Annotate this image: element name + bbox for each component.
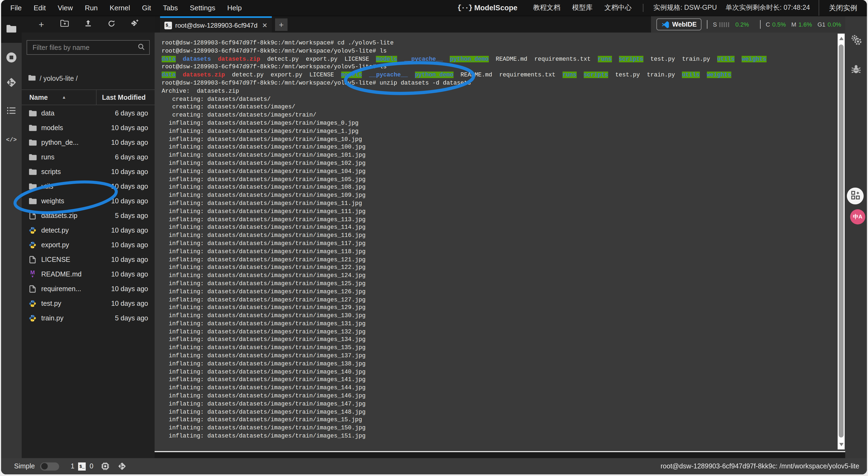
menu-item[interactable]: Edit bbox=[28, 0, 52, 16]
webide-button[interactable]: WebIDE bbox=[656, 19, 702, 30]
modelscope-brand-text: ModelScope bbox=[474, 4, 517, 12]
file-row[interactable]: python_de...10 days ago bbox=[22, 135, 155, 149]
sidebar-item-git[interactable] bbox=[1, 71, 22, 96]
resource-cluster: WebIDE S 0.2% C 0.5% bbox=[651, 16, 867, 33]
sidebar-item-files[interactable] bbox=[1, 16, 22, 43]
modelscope-logo: {··} ModelScope bbox=[457, 4, 517, 12]
gpu-stat: G1 0.0% bbox=[817, 21, 841, 28]
top-links: 教程文档模型库文档中心 bbox=[527, 3, 638, 12]
cpu-stat: C 0.5% bbox=[766, 21, 786, 28]
file-row[interactable]: detect.py10 days ago bbox=[22, 223, 155, 237]
column-header-modified[interactable]: Last Modified bbox=[96, 90, 155, 105]
terminal-line: inflating: datasets/datasets/images/trai… bbox=[162, 360, 834, 368]
terminal-count: 1 bbox=[70, 463, 74, 470]
terminal-line: inflating: datasets/datasets/images/trai… bbox=[162, 240, 834, 248]
column-header-name[interactable]: Name ▲ bbox=[22, 94, 96, 101]
file-row[interactable]: runs6 days ago bbox=[22, 149, 155, 164]
markdown-icon: M▼ bbox=[28, 270, 37, 278]
terminal-line: root@dsw-1289903-6cf947d97f-8kk9c:/mnt/w… bbox=[162, 79, 834, 87]
breadcrumb[interactable]: / yolov5-lite / bbox=[28, 75, 78, 82]
git-add-button[interactable] bbox=[128, 18, 142, 31]
scroll-down-icon[interactable] bbox=[838, 441, 845, 448]
file-modified: 5 days ago bbox=[98, 314, 155, 322]
file-name: requiremen... bbox=[41, 285, 98, 293]
file-row[interactable]: train.py5 days ago bbox=[22, 311, 155, 325]
file-row[interactable]: weights10 days ago bbox=[22, 194, 155, 208]
sidebar-item-running[interactable] bbox=[1, 46, 22, 71]
close-instance-button[interactable]: 关闭实例 bbox=[818, 0, 867, 16]
top-link[interactable]: 教程文档 bbox=[533, 3, 560, 12]
menu-item[interactable]: File bbox=[4, 0, 28, 16]
terminal-line: inflating: datasets/datasets/images/trai… bbox=[162, 119, 834, 127]
new-launcher-button[interactable]: + bbox=[34, 18, 48, 31]
menu-item[interactable]: View bbox=[52, 0, 79, 16]
sidebar-item-toc[interactable] bbox=[1, 99, 22, 124]
menu-item[interactable]: Settings bbox=[184, 0, 221, 16]
new-folder-button[interactable] bbox=[58, 18, 72, 31]
menu-item[interactable]: Help bbox=[221, 0, 248, 16]
file-name: export.py bbox=[41, 241, 98, 248]
file-name: runs bbox=[41, 153, 98, 161]
simple-mode-label: Simple bbox=[14, 463, 35, 470]
file-row[interactable]: LICENSE10 days ago bbox=[22, 252, 155, 267]
menu-item[interactable]: Git bbox=[136, 0, 157, 16]
file-row[interactable]: datasets.zip5 days ago bbox=[22, 208, 155, 223]
filter-files-box[interactable] bbox=[27, 40, 150, 55]
refresh-button[interactable] bbox=[104, 18, 119, 31]
file-row[interactable]: models10 days ago bbox=[22, 121, 155, 135]
file-toolbar: + bbox=[22, 16, 155, 33]
terminal-panel: $_ root@dsw-1289903-6cf947d ✕ + WebIDE S bbox=[155, 16, 845, 458]
menu-item[interactable]: Kernel bbox=[104, 0, 136, 16]
terminal-line: inflating: datasets/datasets/images/trai… bbox=[162, 392, 834, 400]
file-row[interactable]: M▼README.md10 days ago bbox=[22, 267, 155, 281]
terminal-line: inflating: datasets/datasets/images/trai… bbox=[162, 280, 834, 288]
terminal-line: inflating: datasets/datasets/images/trai… bbox=[162, 344, 834, 352]
file-name: train.py bbox=[41, 314, 98, 322]
file-browser: + bbox=[22, 16, 155, 458]
scrollbar-thumb[interactable] bbox=[839, 44, 844, 438]
python-icon bbox=[28, 226, 37, 235]
divider bbox=[760, 20, 760, 29]
menu-item[interactable]: Run bbox=[79, 0, 104, 16]
file-name: scripts bbox=[41, 168, 98, 175]
debugger-button[interactable] bbox=[845, 60, 867, 81]
terminal-line: creating: datasets/datasets/images/ bbox=[162, 103, 834, 111]
folder-icon bbox=[28, 182, 37, 191]
plus-icon: + bbox=[38, 20, 44, 29]
terminal-line: root@dsw-1289903-6cf947d97f-8kk9c:/mnt/w… bbox=[162, 47, 834, 55]
right-sidebar: 中A bbox=[845, 16, 867, 458]
gears-icon bbox=[849, 34, 863, 49]
folder-icon bbox=[28, 167, 37, 176]
property-inspector-button[interactable] bbox=[845, 30, 867, 52]
top-link[interactable]: 文档中心 bbox=[604, 3, 631, 12]
file-row[interactable]: scripts10 days ago bbox=[22, 164, 155, 179]
translate-button[interactable]: 中A bbox=[850, 209, 865, 225]
file-name: models bbox=[41, 124, 98, 132]
storage-bars-icon bbox=[720, 22, 731, 27]
file-row[interactable]: test.py10 days ago bbox=[22, 296, 155, 311]
scroll-up-icon[interactable] bbox=[838, 35, 845, 42]
simple-mode-toggle[interactable] bbox=[40, 462, 59, 470]
git-status-icon[interactable] bbox=[117, 462, 127, 471]
new-folder-icon bbox=[60, 20, 69, 29]
folder-icon bbox=[28, 152, 37, 161]
terminal-scrollbar[interactable] bbox=[838, 34, 845, 449]
file-row[interactable]: export.py10 days ago bbox=[22, 237, 155, 252]
terminal-line: inflating: datasets/datasets/images/trai… bbox=[162, 368, 834, 376]
new-tab-button[interactable]: + bbox=[275, 19, 287, 31]
terminal[interactable]: root@dsw-1289903-6cf947d97f-8kk9c:/mnt/w… bbox=[155, 33, 845, 452]
assistant-button[interactable] bbox=[847, 188, 864, 204]
file-row[interactable]: requiremen...10 days ago bbox=[22, 281, 155, 296]
file-row[interactable]: utils10 days ago bbox=[22, 179, 155, 194]
top-link[interactable]: 模型库 bbox=[572, 3, 592, 12]
filter-files-input[interactable] bbox=[31, 43, 138, 52]
file-row[interactable]: data6 days ago bbox=[22, 106, 155, 121]
upload-button[interactable] bbox=[81, 18, 95, 31]
tab-terminal[interactable]: $_ root@dsw-1289903-6cf947d ✕ bbox=[160, 16, 272, 33]
close-icon[interactable]: ✕ bbox=[262, 22, 268, 29]
menu-item[interactable]: Tabs bbox=[157, 0, 184, 16]
file-modified: 10 days ago bbox=[98, 256, 155, 263]
file-modified: 5 days ago bbox=[98, 212, 155, 219]
file-modified: 10 days ago bbox=[98, 285, 155, 293]
sidebar-item-extensions[interactable]: </> bbox=[1, 127, 22, 152]
